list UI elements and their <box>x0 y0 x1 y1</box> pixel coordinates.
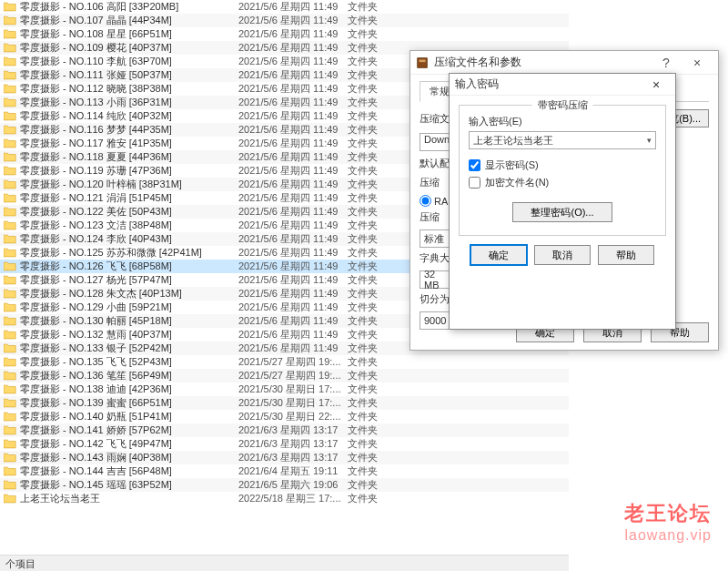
file-name: 零度摄影 - NO.145 瑶瑶 [63P52M] <box>20 478 238 492</box>
file-date: 2021/5/6 星期四 11:49 <box>238 301 348 314</box>
table-row[interactable]: 零度摄影 - NO.141 娇娇 [57P62M]2021/6/3 星期四 13… <box>0 423 569 437</box>
file-name: 零度摄影 - NO.114 纯欣 [40P32M] <box>20 109 238 123</box>
file-date: 2021/5/6 星期四 11:49 <box>238 328 348 342</box>
folder-icon <box>4 275 16 285</box>
file-type: 文件夹 <box>348 369 402 382</box>
chevron-down-icon[interactable]: ▾ <box>647 136 652 145</box>
file-name: 零度摄影 - NO.133 银子 [52P42M] <box>20 342 238 355</box>
status-bar: 个项目 <box>0 555 569 571</box>
table-row[interactable]: 零度摄影 - NO.143 雨娴 [40P38M]2021/6/3 星期四 13… <box>0 451 569 464</box>
file-date: 2021/5/30 星期日 17:... <box>238 382 348 396</box>
file-type: 文件夹 <box>348 464 402 478</box>
file-date: 2021/5/6 星期四 11:49 <box>238 232 348 246</box>
table-row[interactable]: 零度摄影 - NO.106 高阳 [33P20MB]2021/5/6 星期四 1… <box>0 0 569 14</box>
folder-icon <box>4 398 16 408</box>
table-row[interactable]: 上老王论坛当老王2022/5/18 星期三 17:...文件夹 <box>0 492 569 505</box>
help-button[interactable]: ? <box>651 53 682 73</box>
archive-dialog-title: 压缩文件名和参数 <box>434 55 651 70</box>
file-date: 2021/5/6 星期四 11:49 <box>238 342 348 355</box>
archive-dialog-titlebar[interactable]: 压缩文件名和参数 ? × <box>410 51 718 75</box>
radio-rar-input[interactable] <box>420 195 431 207</box>
file-name: 零度摄影 - NO.124 李欣 [40P43M] <box>20 232 238 246</box>
folder-icon <box>4 425 16 435</box>
file-name: 零度摄影 - NO.113 小雨 [36P31M] <box>20 96 238 109</box>
file-date: 2021/5/6 星期四 11:49 <box>238 287 348 301</box>
file-type: 文件夹 <box>348 27 402 41</box>
file-name: 零度摄影 - NO.138 迪迪 [42P36M] <box>20 382 238 396</box>
file-type: 文件夹 <box>348 109 402 123</box>
svg-rect-1 <box>420 59 426 62</box>
table-row[interactable]: 零度摄影 - NO.135 飞飞 [52P43M]2021/5/27 星期四 1… <box>0 355 569 369</box>
file-type: 文件夹 <box>348 382 402 396</box>
file-name: 零度摄影 - NO.108 星星 [66P51M] <box>20 27 238 41</box>
file-type: 文件夹 <box>348 178 402 191</box>
table-row[interactable]: 零度摄影 - NO.108 星星 [66P51M]2021/5/6 星期四 11… <box>0 27 569 41</box>
file-date: 2022/5/18 星期三 17:... <box>238 492 348 505</box>
file-date: 2021/5/6 星期四 11:49 <box>238 191 348 205</box>
table-row[interactable]: 零度摄影 - NO.144 吉吉 [56P48M]2021/6/4 星期五 19… <box>0 464 569 478</box>
password-ok-button[interactable]: 确定 <box>470 245 527 265</box>
password-close-button[interactable]: × <box>642 76 670 94</box>
file-name: 零度摄影 - NO.142 飞飞 [49P47M] <box>20 437 238 451</box>
file-type: 文件夹 <box>348 437 402 451</box>
table-row[interactable]: 零度摄影 - NO.140 奶瓶 [51P41M]2021/5/30 星期日 2… <box>0 410 569 423</box>
file-date: 2021/5/6 星期四 11:49 <box>238 109 348 123</box>
folder-icon <box>4 261 16 271</box>
folder-icon <box>4 125 16 135</box>
password-help-button[interactable]: 帮助 <box>598 245 654 265</box>
file-date: 2021/5/6 星期四 11:49 <box>238 150 348 164</box>
file-type: 文件夹 <box>348 273 402 287</box>
show-password-label: 显示密码(S) <box>485 158 539 172</box>
table-row[interactable]: 零度摄影 - NO.107 晶晶 [44P34M]2021/5/6 星期四 11… <box>0 14 569 27</box>
file-date: 2021/5/6 星期四 11:49 <box>238 68 348 82</box>
file-date: 2021/5/6 星期四 11:49 <box>238 14 348 27</box>
password-dialog: 输入密码 × 带密码压缩 输入密码(E) 上老王论坛当老王 ▾ 显示密码(S) … <box>449 73 676 330</box>
table-row[interactable]: 零度摄影 - NO.139 蜜蜜 [66P51M]2021/5/30 星期日 1… <box>0 396 569 410</box>
file-type: 文件夹 <box>348 314 402 328</box>
password-group-title: 带密码压缩 <box>532 98 593 112</box>
folder-icon <box>4 207 16 217</box>
folder-icon <box>4 330 16 340</box>
file-date: 2021/5/30 星期日 17:... <box>238 396 348 410</box>
table-row[interactable]: 零度摄影 - NO.142 飞飞 [49P47M]2021/6/3 星期四 13… <box>0 437 569 451</box>
radio-rar[interactable]: RA <box>420 195 448 207</box>
password-cancel-button[interactable]: 取消 <box>534 245 591 265</box>
encrypt-names-checkbox[interactable] <box>469 177 480 189</box>
close-button[interactable]: × <box>682 53 713 73</box>
file-date: 2021/6/5 星期六 19:06 <box>238 478 348 492</box>
file-date: 2021/6/3 星期四 13:17 <box>238 437 348 451</box>
show-password-checkbox[interactable] <box>469 159 480 171</box>
file-type: 文件夹 <box>348 55 402 68</box>
folder-icon <box>4 384 16 394</box>
svg-rect-0 <box>418 57 428 67</box>
file-date: 2021/5/6 星期四 11:49 <box>238 219 348 232</box>
table-row[interactable]: 零度摄影 - NO.136 笔笙 [56P49M]2021/5/27 星期四 1… <box>0 369 569 382</box>
folder-icon <box>4 84 16 94</box>
file-type: 文件夹 <box>348 68 402 82</box>
file-date: 2021/5/6 星期四 11:49 <box>238 41 348 55</box>
file-date: 2021/5/6 星期四 11:49 <box>238 0 348 14</box>
password-group: 带密码压缩 输入密码(E) 上老王论坛当老王 ▾ 显示密码(S) 加密文件名(N… <box>459 105 666 236</box>
folder-icon <box>4 56 16 66</box>
file-type: 文件夹 <box>348 41 402 55</box>
organize-passwords-button[interactable]: 整理密码(O)... <box>512 202 612 222</box>
table-row[interactable]: 零度摄影 - NO.145 瑶瑶 [63P52M]2021/6/5 星期六 19… <box>0 478 569 492</box>
file-name: 零度摄影 - NO.130 帕丽 [45P18M] <box>20 314 238 328</box>
file-name: 零度摄影 - NO.125 苏苏和微微 [42P41M] <box>20 246 238 260</box>
file-name: 零度摄影 - NO.141 娇娇 [57P62M] <box>20 423 238 437</box>
file-date: 2021/5/6 星期四 11:49 <box>238 137 348 150</box>
password-input[interactable]: 上老王论坛当老王 ▾ <box>469 131 656 149</box>
file-type: 文件夹 <box>348 137 402 150</box>
folder-icon <box>4 234 16 244</box>
file-date: 2021/5/6 星期四 11:49 <box>238 123 348 137</box>
table-row[interactable]: 零度摄影 - NO.138 迪迪 [42P36M]2021/5/30 星期日 1… <box>0 382 569 396</box>
file-name: 零度摄影 - NO.109 樱花 [40P37M] <box>20 41 238 55</box>
file-type: 文件夹 <box>348 492 402 505</box>
password-dialog-titlebar[interactable]: 输入密码 × <box>450 74 675 96</box>
folder-icon <box>4 302 16 312</box>
file-type: 文件夹 <box>348 410 402 423</box>
password-value: 上老王论坛当老王 <box>473 134 553 148</box>
folder-icon <box>4 316 16 326</box>
file-name: 零度摄影 - NO.118 夏夏 [44P36M] <box>20 150 238 164</box>
file-date: 2021/5/6 星期四 11:49 <box>238 246 348 260</box>
